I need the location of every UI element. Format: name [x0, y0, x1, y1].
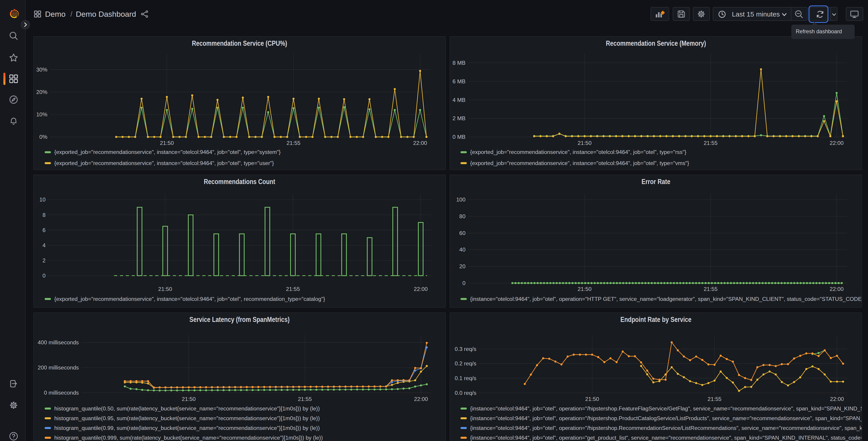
svg-text:2: 2 — [42, 257, 45, 264]
svg-text:200 milliseconds: 200 milliseconds — [37, 365, 79, 371]
svg-text:{instance="otelcol:9464", job=: {instance="otelcol:9464", job="otel", op… — [470, 406, 862, 412]
svg-text:21:50: 21:50 — [585, 396, 599, 402]
svg-text:21:50: 21:50 — [160, 140, 174, 146]
svg-text:0%: 0% — [39, 134, 47, 140]
svg-text:60: 60 — [459, 230, 465, 236]
svg-text:0.1 req/s: 0.1 req/s — [455, 375, 476, 381]
svg-text:22:00: 22:00 — [830, 396, 844, 402]
svg-text:0.2 req/s: 0.2 req/s — [455, 361, 476, 367]
svg-text:4 MB: 4 MB — [453, 97, 465, 103]
svg-text:30%: 30% — [36, 66, 47, 73]
svg-text:40: 40 — [459, 247, 465, 253]
svg-text:{instance="otelcol:9464", job=: {instance="otelcol:9464", job="otel", op… — [470, 425, 862, 431]
svg-text:0 MB: 0 MB — [453, 134, 465, 140]
svg-text:20: 20 — [459, 264, 465, 270]
svg-text:0: 0 — [42, 272, 45, 279]
svg-text:21:50: 21:50 — [182, 396, 196, 402]
svg-text:21:55: 21:55 — [286, 286, 300, 292]
svg-text:6 MB: 6 MB — [453, 78, 465, 84]
svg-text:400 milliseconds: 400 milliseconds — [37, 340, 79, 346]
svg-text:100: 100 — [456, 197, 465, 203]
svg-text:{exported_job="recommendations: {exported_job="recommendationservice", i… — [470, 160, 689, 166]
svg-text:21:55: 21:55 — [704, 140, 717, 146]
svg-text:{instance="otelcol:9464", job=: {instance="otelcol:9464", job="otel", op… — [470, 296, 862, 302]
svg-text:21:50: 21:50 — [578, 286, 592, 292]
svg-text:{exported_job="recommendations: {exported_job="recommendationservice", i… — [54, 296, 325, 302]
svg-text:{exported_job="recommendations: {exported_job="recommendationservice", i… — [470, 149, 686, 155]
svg-text:22:00: 22:00 — [830, 140, 843, 146]
svg-text:22:00: 22:00 — [413, 140, 427, 146]
svg-text:22:00: 22:00 — [414, 396, 428, 402]
svg-text:0.0 req/s: 0.0 req/s — [455, 390, 476, 396]
svg-text:0: 0 — [462, 280, 465, 286]
svg-text:21:55: 21:55 — [704, 286, 717, 292]
svg-text:{exported_job="recommendations: {exported_job="recommendationservice", i… — [54, 149, 281, 155]
svg-text:{instance="otelcol:9464", job=: {instance="otelcol:9464", job="otel", op… — [470, 415, 862, 421]
svg-text:histogram_quantile(0.95, sum(r: histogram_quantile(0.95, sum(rate(latenc… — [54, 415, 320, 421]
svg-text:8 MB: 8 MB — [453, 60, 465, 66]
svg-text:histogram_quantile(0.50, sum(r: histogram_quantile(0.50, sum(rate(latenc… — [54, 406, 320, 412]
svg-text:21:55: 21:55 — [298, 396, 312, 402]
svg-text:2 MB: 2 MB — [453, 115, 465, 121]
svg-text:22:00: 22:00 — [830, 286, 843, 292]
svg-text:10%: 10% — [36, 111, 47, 117]
svg-text:22:00: 22:00 — [414, 286, 428, 292]
svg-text:0.3 req/s: 0.3 req/s — [455, 346, 476, 352]
svg-text:histogram_quantile(0.999, sum(: histogram_quantile(0.999, sum(rate(laten… — [54, 435, 323, 441]
svg-text:histogram_quantile(0.99, sum(r: histogram_quantile(0.99, sum(rate(latenc… — [54, 425, 320, 431]
svg-text:21:50: 21:50 — [578, 140, 592, 146]
svg-text:8: 8 — [42, 212, 45, 218]
svg-text:{instance="otelcol:9464", job=: {instance="otelcol:9464", job="otel", op… — [470, 435, 862, 441]
svg-text:80: 80 — [459, 213, 465, 219]
svg-text:0 milliseconds: 0 milliseconds — [44, 390, 79, 396]
svg-text:10: 10 — [39, 197, 45, 203]
svg-text:20%: 20% — [36, 89, 47, 95]
svg-text:21:55: 21:55 — [286, 140, 301, 146]
svg-text:{exported_job="recommendations: {exported_job="recommendationservice", i… — [54, 160, 274, 166]
svg-text:21:55: 21:55 — [708, 396, 722, 402]
svg-text:4: 4 — [42, 242, 45, 248]
svg-text:6: 6 — [42, 227, 45, 233]
svg-text:21:50: 21:50 — [158, 286, 172, 292]
